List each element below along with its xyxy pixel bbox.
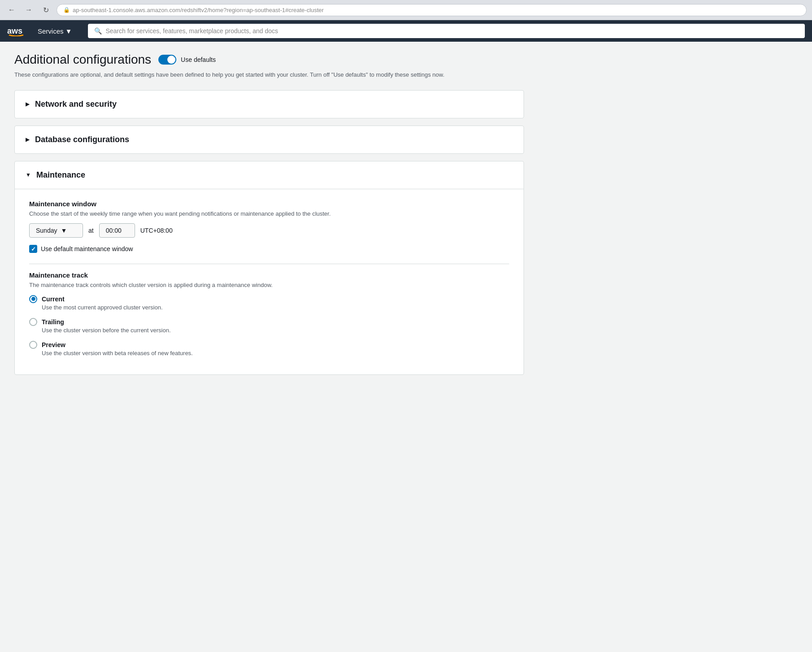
network-security-title: Network and security	[35, 100, 117, 109]
use-defaults-label: Use defaults	[181, 56, 216, 63]
divider	[29, 264, 509, 264]
track-current-row: Current	[29, 295, 509, 303]
track-preview-description: Use the cluster version with beta releas…	[42, 350, 509, 356]
track-trailing-description: Use the cluster version before the curre…	[42, 327, 509, 334]
network-arrow-icon: ▶	[26, 101, 30, 107]
maintenance-section-header[interactable]: ▼ Maintenance	[15, 161, 524, 189]
network-security-header[interactable]: ▶ Network and security	[15, 91, 524, 118]
aws-logo: aws	[7, 26, 25, 36]
database-config-title: Database configurations	[35, 135, 129, 144]
browser-chrome: ← → ↻ 🔒 ap-southeast-1.console.aws.amazo…	[0, 0, 812, 20]
page-header: Additional configurations Use defaults	[14, 52, 524, 67]
track-option-preview: Preview Use the cluster version with bet…	[29, 341, 509, 356]
toggle-knob	[167, 56, 175, 64]
use-default-window-label: Use default maintenance window	[41, 245, 133, 252]
search-placeholder: Search for services, features, marketpla…	[105, 27, 278, 35]
track-current-radio[interactable]	[29, 295, 37, 303]
main-content: Additional configurations Use defaults T…	[0, 42, 538, 393]
maintenance-body: Maintenance window Choose the start of t…	[15, 189, 524, 374]
maintenance-arrow-icon: ▼	[26, 172, 31, 178]
address-bar[interactable]: 🔒 ap-southeast-1.console.aws.amazon.com/…	[57, 4, 807, 16]
track-preview-row: Preview	[29, 341, 509, 349]
time-input[interactable]: 00:00	[99, 223, 135, 238]
refresh-button[interactable]: ↻	[39, 4, 52, 16]
search-icon: 🔍	[94, 27, 102, 35]
network-security-section: ▶ Network and security	[14, 90, 524, 118]
database-config-section: ▶ Database configurations	[14, 126, 524, 154]
track-current-label: Current	[42, 296, 65, 303]
page-subtitle: These configurations are optional, and d…	[14, 70, 524, 79]
toggle-container: Use defaults	[158, 55, 216, 65]
lock-icon: 🔒	[63, 7, 70, 13]
day-select-dropdown[interactable]: Sunday ▼	[29, 223, 83, 238]
use-default-window-row: Use default maintenance window	[29, 245, 509, 253]
track-preview-radio[interactable]	[29, 341, 37, 349]
chevron-down-icon: ▼	[65, 27, 72, 35]
day-select-arrow-icon: ▼	[61, 227, 67, 234]
aws-navbar: aws Services ▼ 🔍 Search for services, fe…	[0, 20, 812, 42]
track-option-current: Current Use the most current approved cl…	[29, 295, 509, 311]
services-label: Services	[38, 27, 64, 35]
svg-text:aws: aws	[7, 26, 22, 35]
maintenance-window-controls: Sunday ▼ at 00:00 UTC+08:00	[29, 223, 509, 238]
track-trailing-radio[interactable]	[29, 318, 37, 326]
track-trailing-row: Trailing	[29, 318, 509, 326]
maintenance-track-description: The maintenance track controls which clu…	[29, 281, 509, 290]
page-title: Additional configurations	[14, 52, 151, 67]
url-text: ap-southeast-1.console.aws.amazon.com/re…	[73, 7, 324, 13]
database-arrow-icon: ▶	[26, 136, 30, 143]
maintenance-track-field: Maintenance track The maintenance track …	[29, 271, 509, 356]
maintenance-section-title: Maintenance	[36, 170, 85, 180]
database-config-header[interactable]: ▶ Database configurations	[15, 126, 524, 153]
track-current-description: Use the most current approved cluster ve…	[42, 304, 509, 311]
track-option-trailing: Trailing Use the cluster version before …	[29, 318, 509, 334]
forward-button[interactable]: →	[22, 4, 35, 16]
search-bar[interactable]: 🔍 Search for services, features, marketp…	[88, 24, 805, 38]
utc-label: UTC+08:00	[140, 227, 173, 234]
maintenance-window-description: Choose the start of the weekly time rang…	[29, 209, 509, 218]
aws-logo-svg: aws	[7, 26, 25, 36]
at-label: at	[88, 227, 94, 234]
maintenance-window-label: Maintenance window	[29, 200, 509, 208]
time-value: 00:00	[106, 227, 122, 234]
maintenance-track-label: Maintenance track	[29, 271, 509, 279]
day-select-value: Sunday	[36, 227, 57, 234]
maintenance-window-field: Maintenance window Choose the start of t…	[29, 200, 509, 238]
use-defaults-toggle[interactable]	[158, 55, 176, 65]
back-button[interactable]: ←	[5, 4, 18, 16]
track-trailing-label: Trailing	[42, 318, 64, 326]
use-default-window-checkbox[interactable]	[29, 245, 37, 253]
track-preview-label: Preview	[42, 341, 65, 348]
maintenance-section: ▼ Maintenance Maintenance window Choose …	[14, 161, 524, 375]
services-button[interactable]: Services ▼	[32, 24, 77, 39]
